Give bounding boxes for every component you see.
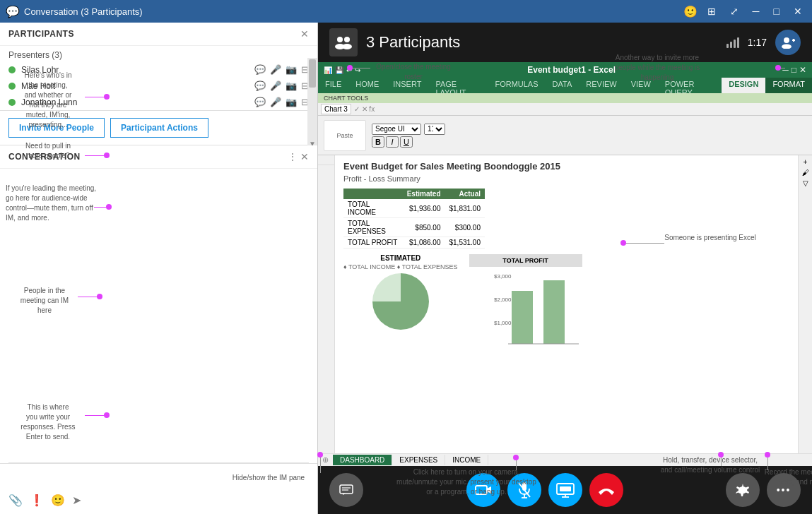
conversation-close-button[interactable]: ✕ bbox=[300, 151, 309, 162]
tab-data[interactable]: DATA bbox=[546, 78, 579, 93]
mic-action-icon[interactable]: 🎤 bbox=[270, 64, 281, 75]
presenters-label: Presenters (3) bbox=[0, 46, 317, 61]
participant-actions: 💬 🎤 📷 ⊟ bbox=[254, 64, 309, 75]
close-button[interactable]: ✕ bbox=[789, 4, 806, 18]
main-container: PARTICIPANTS ✕ Presenters (3) Silas Lohr… bbox=[0, 23, 812, 514]
chart-add-btn[interactable]: + bbox=[804, 158, 808, 166]
font-family-select[interactable]: Segoe UI bbox=[372, 124, 421, 135]
ann-dot-camera bbox=[513, 455, 519, 460]
settings-button[interactable] bbox=[726, 473, 760, 507]
signal-strength-icon bbox=[726, 37, 739, 48]
add-person-button[interactable] bbox=[775, 30, 801, 55]
minimize-button[interactable]: ─ bbox=[748, 4, 764, 18]
tab-file[interactable]: FILE bbox=[318, 78, 348, 93]
ann-line-im bbox=[78, 297, 99, 297]
ann-dot-more-people bbox=[104, 153, 110, 158]
col-header-label bbox=[343, 189, 403, 199]
paste-btn[interactable]: Paste bbox=[324, 120, 366, 151]
svg-point-4 bbox=[784, 37, 789, 43]
bar1 bbox=[726, 44, 729, 48]
emoji-icon[interactable]: 🙂 bbox=[51, 494, 65, 507]
expand-icon[interactable]: ⤢ bbox=[726, 4, 743, 18]
screen-share-button[interactable] bbox=[548, 473, 582, 507]
sheet-tab-income[interactable]: INCOME bbox=[445, 455, 488, 465]
svg-marker-17 bbox=[343, 494, 346, 495]
ann-dot-excel bbox=[620, 240, 626, 246]
ribbon-content: Paste Segoe UI 11 B I U bbox=[318, 116, 812, 155]
chat-action-icon[interactable]: 💬 bbox=[254, 97, 266, 107]
tab-formulas[interactable]: FORMULAS bbox=[488, 78, 545, 93]
chat-action-icon[interactable]: 💬 bbox=[254, 80, 266, 91]
row-label: TOTAL EXPENSES bbox=[343, 218, 403, 237]
svg-rect-27 bbox=[560, 486, 571, 491]
ann-line-record bbox=[767, 458, 768, 470]
annotation-presenting-excel: Someone is presenting Excel bbox=[664, 233, 756, 243]
chart-brush-btn[interactable]: 🖌 bbox=[802, 169, 809, 177]
call-timer: 1:17 bbox=[748, 37, 767, 48]
budget-subtitle: Profit - Loss Summary bbox=[343, 174, 789, 183]
annotation-write-responses: This is whereyou write yourresponses. Pr… bbox=[6, 402, 90, 442]
formula-icon: ✓ ✕ fx bbox=[354, 105, 375, 113]
maximize-button[interactable]: □ bbox=[770, 4, 784, 18]
camera-action-icon[interactable]: 📷 bbox=[286, 80, 297, 91]
excel-window: 📊 💾 ↩ ↪ Event budget1 - Excel ─ □ ✕ FILE bbox=[318, 62, 812, 466]
options-dots-icon[interactable]: ⋮ bbox=[288, 151, 298, 162]
excel-win-controls: ─ □ ✕ bbox=[782, 65, 806, 75]
presentation-area: 📊 💾 ↩ ↪ Event budget1 - Excel ─ □ ✕ FILE bbox=[318, 62, 812, 466]
tab-design[interactable]: DESIGN bbox=[722, 78, 765, 93]
window-title: Conversation (3 Participants) bbox=[24, 6, 143, 17]
chat-action-icon[interactable]: 💬 bbox=[254, 64, 266, 75]
ann-dot-who bbox=[104, 94, 110, 100]
svg-rect-11 bbox=[512, 291, 533, 344]
font-row1: Segoe UI 11 bbox=[372, 124, 445, 135]
header-left: 3 Participants bbox=[329, 28, 460, 56]
bar-chart-label: TOTAL PROFIT bbox=[469, 254, 582, 267]
excel-close[interactable]: ✕ bbox=[799, 65, 806, 75]
hangup-button[interactable] bbox=[589, 473, 623, 507]
tab-format[interactable]: FORMAT bbox=[765, 78, 812, 93]
participants-scrollbar[interactable]: ▼ bbox=[307, 58, 317, 150]
mic-action-icon[interactable]: 🎤 bbox=[270, 80, 281, 91]
participant-actions: 💬 🎤 📷 ⊟ bbox=[254, 80, 309, 91]
sheet-tab-expenses[interactable]: EXPENSES bbox=[392, 455, 445, 465]
ann-line-who bbox=[85, 97, 106, 97]
participants-header: PARTICIPANTS ✕ bbox=[0, 23, 317, 46]
row-actual: $1,531.00 bbox=[445, 237, 486, 249]
title-bar-left: 💬 Conversation (3 Participants) bbox=[6, 5, 143, 18]
open-roster-button[interactable] bbox=[329, 28, 358, 56]
excel-chart-sidebar: + 🖌 ▽ bbox=[798, 155, 812, 453]
italic-button[interactable]: I bbox=[386, 136, 399, 148]
attachment-icon[interactable]: 📎 bbox=[8, 494, 23, 507]
underline-button[interactable]: U bbox=[400, 136, 413, 148]
svg-text:$1,000: $1,000 bbox=[494, 320, 512, 326]
bar3 bbox=[734, 40, 736, 48]
camera-action-icon[interactable]: 📷 bbox=[286, 97, 297, 107]
svg-point-1 bbox=[344, 37, 350, 42]
send-icon[interactable]: ➤ bbox=[72, 494, 81, 507]
sheet-tab-dashboard[interactable]: DASHBOARD bbox=[333, 455, 392, 465]
ann-dot-invite bbox=[775, 65, 781, 71]
participants-close-button[interactable]: ✕ bbox=[300, 28, 309, 40]
participant-actions-button[interactable]: Participant Actions bbox=[110, 118, 208, 138]
ann-line-write bbox=[85, 415, 106, 416]
font-size-select[interactable]: 11 bbox=[424, 124, 445, 135]
font-controls: Segoe UI 11 B I U bbox=[372, 124, 445, 148]
font-row2: B I U bbox=[372, 136, 445, 148]
estimated-label: ESTIMATED bbox=[343, 254, 458, 262]
excel-minimize[interactable]: ─ bbox=[782, 65, 789, 75]
excel-maximize[interactable]: □ bbox=[792, 65, 796, 75]
chat-button[interactable] bbox=[329, 473, 363, 507]
title-bar: 💬 Conversation (3 Participants) 🙂 ⊞ ⤢ ─ … bbox=[0, 0, 812, 23]
camera-action-icon[interactable]: 📷 bbox=[286, 64, 297, 75]
header-right: 1:17 bbox=[726, 30, 801, 55]
bold-button[interactable]: B bbox=[372, 136, 384, 148]
people-icon[interactable]: ⊞ bbox=[703, 4, 720, 18]
cell-ref[interactable]: Chart 3 bbox=[321, 104, 351, 114]
smiley-icon[interactable]: 🙂 bbox=[683, 5, 698, 18]
title-bar-extras: 🙂 ⊞ ⤢ ─ □ ✕ bbox=[683, 4, 806, 18]
save-icon[interactable]: 💾 bbox=[335, 66, 343, 74]
chart-filter-btn[interactable]: ▽ bbox=[803, 179, 808, 187]
alert-icon[interactable]: ❗ bbox=[30, 494, 44, 507]
mic-action-icon[interactable]: 🎤 bbox=[270, 97, 281, 107]
col-header-estimated: Estimated bbox=[403, 189, 445, 199]
